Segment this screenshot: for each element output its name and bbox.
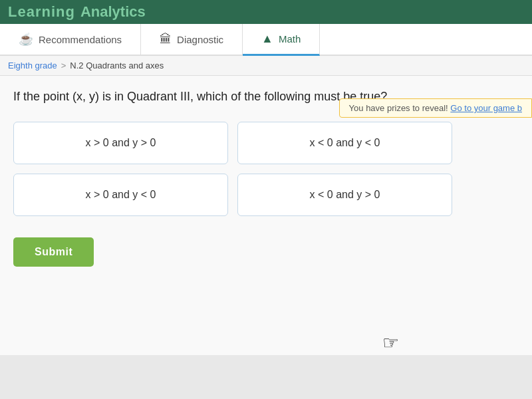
app-title-learning: Learning <box>8 3 75 21</box>
prize-link[interactable]: Go to your game b <box>450 103 522 113</box>
answer-option-b-label: x < 0 and y < 0 <box>310 137 380 148</box>
tab-math-label: Math <box>279 33 301 45</box>
recommendations-icon: ☕ <box>19 32 33 47</box>
answer-option-b[interactable]: x < 0 and y < 0 <box>237 122 452 164</box>
tab-bar: ☕ Recommendations 🏛 Diagnostic ▲ Math <box>0 24 532 56</box>
tab-diagnostic[interactable]: 🏛 Diagnostic <box>141 24 243 55</box>
app-title-analytics: Analytics <box>80 3 146 21</box>
answer-option-d-label: x < 0 and y > 0 <box>310 189 380 200</box>
tab-recommendations-label: Recommendations <box>39 34 122 45</box>
answer-option-d[interactable]: x < 0 and y > 0 <box>237 174 452 216</box>
answer-option-c-label: x > 0 and y < 0 <box>86 189 156 200</box>
submit-button[interactable]: Submit <box>13 237 94 267</box>
breadcrumb-grade[interactable]: Eighth grade <box>8 61 57 70</box>
answer-option-a[interactable]: x > 0 and y > 0 <box>13 122 228 164</box>
tab-recommendations[interactable]: ☕ Recommendations <box>0 24 141 55</box>
tab-diagnostic-label: Diagnostic <box>177 34 223 45</box>
top-navigation: Learning Analytics <box>0 0 532 24</box>
breadcrumb-topic: N.2 Quadrants and axes <box>70 61 164 70</box>
answer-option-a-label: x > 0 and y > 0 <box>86 137 156 148</box>
prize-text: You have prizes to reveal! <box>349 103 451 113</box>
prize-banner: You have prizes to reveal! Go to your ga… <box>339 98 532 118</box>
diagnostic-icon: 🏛 <box>160 33 172 47</box>
breadcrumb-separator: > <box>61 61 66 70</box>
answer-grid: x > 0 and y > 0 x < 0 and y < 0 x > 0 an… <box>13 122 452 216</box>
tab-math[interactable]: ▲ Math <box>243 24 320 56</box>
answer-option-c[interactable]: x > 0 and y < 0 <box>13 174 228 216</box>
main-content: If the point (x, y) is in Quadrant III, … <box>0 76 532 355</box>
math-icon: ▲ <box>261 32 273 46</box>
breadcrumb: Eighth grade > N.2 Quadrants and axes <box>0 56 532 76</box>
